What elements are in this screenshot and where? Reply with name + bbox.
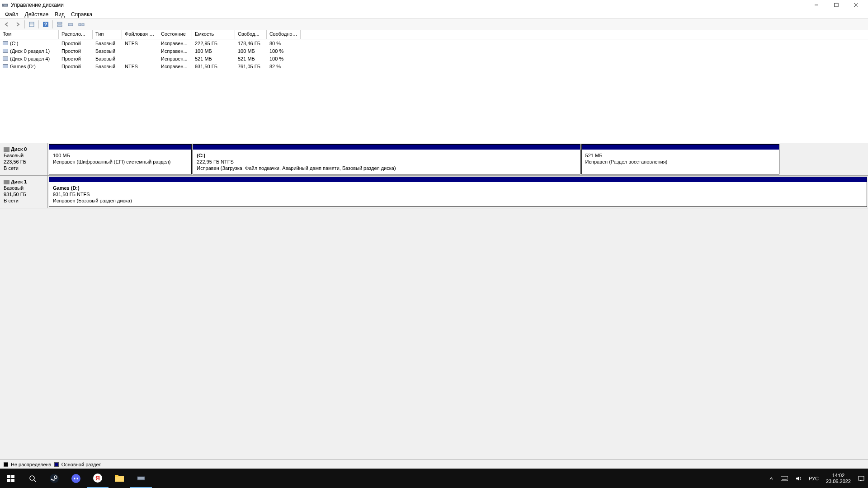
column-header[interactable]: Емкость xyxy=(192,30,235,39)
svg-line-20 xyxy=(34,480,36,482)
cell-cap: 100 МБ xyxy=(192,48,235,54)
toolbar-layout1-icon[interactable] xyxy=(55,19,65,29)
cell-layout: Простой xyxy=(59,48,93,54)
svg-rect-0 xyxy=(2,4,8,6)
svg-rect-29 xyxy=(115,475,118,477)
column-header[interactable]: Состояние xyxy=(158,30,192,39)
svg-rect-15 xyxy=(7,475,10,478)
volume-row[interactable]: Games (D:)ПростойБазовыйNTFSИсправен...9… xyxy=(0,62,868,70)
tray-chevron-icon[interactable] xyxy=(765,469,777,488)
toolbar-layout3-icon[interactable] xyxy=(76,19,86,29)
cell-pct: 100 % xyxy=(267,56,301,61)
partition[interactable]: 521 МБИсправен (Раздел восстановления) xyxy=(581,144,779,174)
partition[interactable]: (C:)222,95 ГБ NTFSИсправен (Загрузка, Фа… xyxy=(193,144,580,174)
cell-name: (C:) xyxy=(0,41,59,46)
forward-button[interactable] xyxy=(13,19,23,29)
svg-point-1 xyxy=(3,5,4,6)
svg-point-23 xyxy=(71,474,80,483)
svg-point-25 xyxy=(77,478,78,479)
titlebar[interactable]: Управление дисками xyxy=(0,0,868,10)
svg-rect-13 xyxy=(79,23,81,26)
svg-rect-30 xyxy=(137,477,145,480)
toolbar-layout2-icon[interactable] xyxy=(66,19,75,29)
cell-status: Исправен... xyxy=(158,41,192,46)
svg-point-21 xyxy=(50,474,59,483)
column-header[interactable]: Файловая с... xyxy=(122,30,158,39)
cell-fs: NTFS xyxy=(122,41,158,46)
toolbar-view-icon[interactable] xyxy=(27,19,37,29)
disk-icon xyxy=(4,147,9,152)
cell-fs: NTFS xyxy=(122,64,158,69)
disk-management-window: Управление дисками Файл Действие Вид Спр… xyxy=(0,0,868,469)
help-icon[interactable]: ? xyxy=(41,19,51,29)
cell-layout: Простой xyxy=(59,56,93,61)
back-button[interactable] xyxy=(2,19,12,29)
volume-icon xyxy=(3,64,8,68)
svg-rect-18 xyxy=(11,479,14,482)
svg-point-19 xyxy=(30,476,34,480)
toolbar: ? xyxy=(0,19,868,30)
volume-icon xyxy=(3,56,8,61)
cell-cap: 521 МБ xyxy=(192,56,235,61)
window-title: Управление дисками xyxy=(11,2,64,8)
svg-rect-12 xyxy=(68,23,73,26)
taskbar[interactable]: Я РУС 14:02 23.06.2022 xyxy=(0,469,868,488)
volume-row[interactable]: (Диск 0 раздел 1)ПростойБазовыйИсправен.… xyxy=(0,47,868,55)
legend-swatch-unallocated xyxy=(4,462,8,467)
column-header[interactable]: Том xyxy=(0,30,59,39)
disk-row: Диск 0Базовый223,56 ГБВ сети100 МБИсправ… xyxy=(0,143,868,176)
cell-name: Games (D:) xyxy=(0,64,59,69)
cell-free: 761,05 ГБ xyxy=(235,64,267,69)
menu-view[interactable]: Вид xyxy=(52,11,68,18)
taskbar-app-explorer[interactable] xyxy=(108,469,130,488)
cell-cap: 931,50 ГБ xyxy=(192,64,235,69)
svg-rect-11 xyxy=(57,25,62,27)
app-icon xyxy=(2,2,8,8)
column-header[interactable]: Тип xyxy=(93,30,122,39)
tray-clock[interactable]: 14:02 23.06.2022 xyxy=(822,473,854,484)
volume-list[interactable]: ТомРасполо...ТипФайловая с...СостояниеЕм… xyxy=(0,30,868,143)
column-header[interactable]: Располо... xyxy=(59,30,93,39)
partition[interactable]: Games (D:)931,50 ГБ NTFSИсправен (Базовы… xyxy=(49,177,867,207)
tray-time: 14:02 xyxy=(826,473,851,479)
cell-pct: 82 % xyxy=(267,64,301,69)
column-header[interactable]: Свобод... xyxy=(235,30,267,39)
minimize-button[interactable] xyxy=(807,0,826,10)
volume-row[interactable]: (C:)ПростойБазовыйNTFSИсправен...222,95 … xyxy=(0,39,868,47)
search-button[interactable] xyxy=(22,469,43,488)
legend: Не распределена Основной раздел xyxy=(0,460,868,469)
start-button[interactable] xyxy=(0,469,22,488)
tray-language[interactable]: РУС xyxy=(805,469,822,488)
cell-name: (Диск 0 раздел 1) xyxy=(0,48,59,54)
svg-rect-6 xyxy=(29,22,34,27)
taskbar-app-discord[interactable] xyxy=(65,469,87,488)
taskbar-app-yandex[interactable]: Я xyxy=(87,469,108,488)
tray-keyboard-icon[interactable] xyxy=(777,469,792,488)
disk-info[interactable]: Диск 1Базовый931,50 ГБВ сети xyxy=(0,176,48,208)
cell-layout: Простой xyxy=(59,41,93,46)
menu-help[interactable]: Справка xyxy=(68,11,95,18)
cell-type: Базовый xyxy=(93,64,122,69)
menu-action[interactable]: Действие xyxy=(22,11,52,18)
volume-row[interactable]: (Диск 0 раздел 4)ПростойБазовыйИсправен.… xyxy=(0,55,868,62)
partition[interactable]: 100 МБИсправен (Шифрованный (EFI) систем… xyxy=(49,144,192,174)
svg-rect-17 xyxy=(7,479,10,482)
svg-rect-3 xyxy=(835,3,838,7)
cell-free: 178,46 ГБ xyxy=(235,41,267,46)
tray-notifications-icon[interactable] xyxy=(854,469,868,488)
menu-file[interactable]: Файл xyxy=(2,11,22,18)
svg-rect-14 xyxy=(82,23,84,26)
tray-volume-icon[interactable] xyxy=(792,469,805,488)
taskbar-app-diskmgmt[interactable] xyxy=(130,469,152,488)
maximize-button[interactable] xyxy=(826,0,846,10)
legend-swatch-primary xyxy=(54,462,59,467)
close-button[interactable] xyxy=(846,0,866,10)
volume-list-header[interactable]: ТомРасполо...ТипФайловая с...СостояниеЕм… xyxy=(0,30,868,39)
menubar: Файл Действие Вид Справка xyxy=(0,10,868,19)
disk-info[interactable]: Диск 0Базовый223,56 ГБВ сети xyxy=(0,143,48,175)
disk-icon xyxy=(4,180,9,184)
svg-rect-10 xyxy=(57,22,62,24)
taskbar-app-steam[interactable] xyxy=(43,469,65,488)
column-header[interactable]: Свободно % xyxy=(267,30,301,39)
cell-pct: 80 % xyxy=(267,41,301,46)
